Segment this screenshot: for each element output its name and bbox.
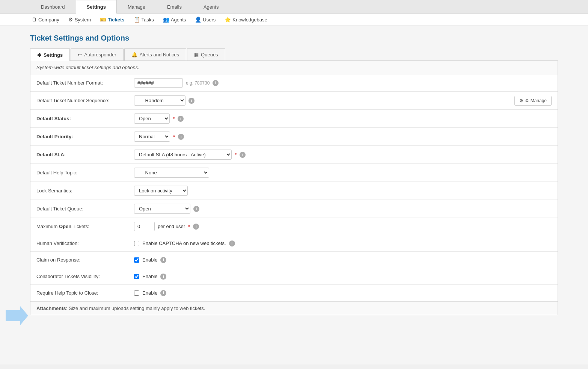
page-title: Ticket Settings and Options	[30, 34, 558, 42]
checkbox-collaborator-visibility[interactable]	[134, 274, 139, 279]
row-default-priority: Default Priority: Normal Low High Critic…	[30, 128, 558, 146]
checkbox-claim-on-response[interactable]	[134, 257, 139, 263]
row-human-verification: Human Verification: Enable CAPTCHA on ne…	[30, 235, 558, 252]
select-ticket-number-sequence[interactable]: — Random — Sequential	[134, 95, 185, 106]
top-nav: Dashboard Settings Manage Emails Agents	[0, 0, 588, 14]
input-max-open-tickets[interactable]	[134, 222, 155, 231]
autoresponder-icon: ↩	[78, 52, 82, 57]
collaborator-label: Enable	[142, 274, 157, 279]
subnav-tickets[interactable]: 🎫 Tickets	[98, 16, 126, 23]
value-require-help-topic: Enable i	[134, 290, 552, 296]
info-icon-captcha[interactable]: i	[229, 240, 235, 247]
value-max-open-tickets: per end user * i	[134, 222, 552, 231]
required-star-status: *	[173, 116, 175, 122]
label-claim-on-response: Claim on Response:	[36, 257, 134, 263]
tasks-icon: 📋	[134, 17, 140, 23]
settings-info-text: System-wide default ticket settings and …	[30, 61, 558, 74]
tab-alerts-notices[interactable]: 🔔 Alerts and Notices	[124, 48, 187, 60]
row-ticket-number-sequence: Default Ticket Number Sequence: — Random…	[30, 92, 558, 110]
checkbox-captcha[interactable]	[134, 241, 139, 246]
label-default-status: Default Status:	[36, 116, 134, 121]
label-default-help-topic: Default Help Topic:	[36, 170, 134, 175]
tab-settings-inner[interactable]: ✱ Settings	[30, 48, 70, 61]
queues-icon: ▦	[194, 52, 199, 57]
system-icon: ⚙	[68, 17, 73, 23]
value-default-ticket-queue: Open Closed i	[134, 204, 552, 214]
tab-settings[interactable]: Settings	[76, 0, 117, 14]
label-require-help-topic: Require Help Topic to Close:	[36, 290, 134, 296]
value-default-priority: Normal Low High Critical * i	[134, 132, 552, 142]
captcha-label: Enable CAPTCHA on new web tickets.	[142, 240, 226, 246]
attachments-note: Attachments: Size and maximum uploads se…	[30, 301, 558, 315]
select-default-status[interactable]: Open Closed	[134, 113, 170, 124]
select-default-sla[interactable]: Default SLA (48 hours - Active)	[134, 150, 232, 160]
value-claim-on-response: Enable i	[134, 257, 552, 263]
settings-tab-icon: ✱	[37, 52, 41, 58]
claim-response-label: Enable	[142, 257, 157, 263]
row-default-sla: Default SLA: Default SLA (48 hours - Act…	[30, 146, 558, 164]
tab-emails[interactable]: Emails	[156, 0, 193, 14]
manage-button[interactable]: ⚙ ⚙ Manage	[514, 96, 552, 106]
info-icon-require-help-topic[interactable]: i	[160, 290, 166, 296]
info-icon-status[interactable]: i	[178, 116, 184, 122]
knowledgebase-icon: ⭐	[225, 17, 231, 23]
tickets-icon: 🎫	[100, 17, 106, 23]
info-icon-priority[interactable]: i	[178, 134, 184, 140]
select-default-help-topic[interactable]: — None —	[134, 168, 209, 178]
tab-autoresponder[interactable]: ↩ Autoresponder	[71, 48, 123, 60]
select-default-ticket-queue[interactable]: Open Closed	[134, 204, 190, 214]
info-icon-sequence[interactable]: i	[188, 98, 194, 104]
label-default-priority: Default Priority:	[36, 134, 134, 139]
label-human-verification: Human Verification:	[36, 240, 134, 246]
tab-agents[interactable]: Agents	[193, 0, 229, 14]
subnav-tasks[interactable]: 📋 Tasks	[132, 16, 155, 23]
label-ticket-number-sequence: Default Ticket Number Sequence:	[36, 98, 134, 103]
input-ticket-number-format[interactable]	[134, 78, 183, 88]
sub-nav: 🗒 Company ⚙ System 🎫 Tickets 📋 Tasks 👥 A…	[0, 14, 588, 26]
select-default-priority[interactable]: Normal Low High Critical	[134, 132, 170, 142]
value-default-sla: Default SLA (48 hours - Active) * i	[134, 150, 552, 160]
tab-manage[interactable]: Manage	[117, 0, 156, 14]
help-text-format: e.g. 780730	[186, 80, 210, 86]
settings-panel: System-wide default ticket settings and …	[30, 61, 558, 315]
info-icon-format[interactable]: i	[213, 80, 219, 86]
tab-queues[interactable]: ▦ Queues	[187, 48, 225, 60]
info-icon-max-tickets[interactable]: i	[193, 224, 199, 230]
company-icon: 🗒	[32, 17, 37, 23]
value-default-status: Open Closed * i	[134, 113, 552, 124]
label-default-sla: Default SLA:	[36, 152, 134, 157]
subnav-agents[interactable]: 👥 Agents	[161, 16, 187, 23]
row-collaborator-visibility: Collaborator Tickets Visibility: Enable …	[30, 268, 558, 285]
row-require-help-topic: Require Help Topic to Close: Enable i	[30, 285, 558, 301]
value-lock-semantics: Lock on activity Lock on open	[134, 186, 552, 196]
row-ticket-number-format: Default Ticket Number Format: e.g. 78073…	[30, 74, 558, 92]
value-collaborator-visibility: Enable i	[134, 274, 552, 280]
label-lock-semantics: Lock Semantics:	[36, 188, 134, 194]
checkbox-require-help-topic[interactable]	[134, 290, 139, 296]
subnav-knowledgebase[interactable]: ⭐ Knowledgebase	[223, 16, 269, 23]
required-star-sla: *	[235, 152, 237, 158]
select-lock-semantics[interactable]: Lock on activity Lock on open	[134, 186, 188, 196]
required-star-priority: *	[173, 134, 175, 140]
tab-dashboard[interactable]: Dashboard	[30, 0, 76, 14]
info-icon-queue[interactable]: i	[193, 206, 199, 212]
row-claim-on-response: Claim on Response: Enable i	[30, 252, 558, 268]
per-end-user-text: per end user	[158, 224, 185, 229]
row-max-open-tickets: Maximum Open Tickets: per end user * i	[30, 218, 558, 235]
info-icon-claim[interactable]: i	[160, 257, 166, 263]
users-icon: 👤	[195, 17, 201, 23]
label-ticket-number-format: Default Ticket Number Format:	[36, 80, 134, 86]
subnav-users[interactable]: 👤 Users	[193, 16, 217, 23]
label-default-ticket-queue: Default Ticket Queue:	[36, 206, 134, 212]
info-icon-collaborator[interactable]: i	[160, 274, 166, 280]
row-default-ticket-queue: Default Ticket Queue: Open Closed i	[30, 200, 558, 218]
attachments-note-text: : Size and maximum uploads setting mainl…	[66, 305, 205, 311]
subnav-company[interactable]: 🗒 Company	[30, 16, 61, 23]
subnav-system[interactable]: ⚙ System	[67, 16, 92, 23]
row-default-status: Default Status: Open Closed * i	[30, 110, 558, 128]
row-lock-semantics: Lock Semantics: Lock on activity Lock on…	[30, 182, 558, 200]
gear-icon-manage: ⚙	[519, 98, 523, 103]
row-default-help-topic: Default Help Topic: — None —	[30, 164, 558, 182]
value-default-help-topic: — None —	[134, 168, 552, 178]
info-icon-sla[interactable]: i	[240, 152, 246, 158]
